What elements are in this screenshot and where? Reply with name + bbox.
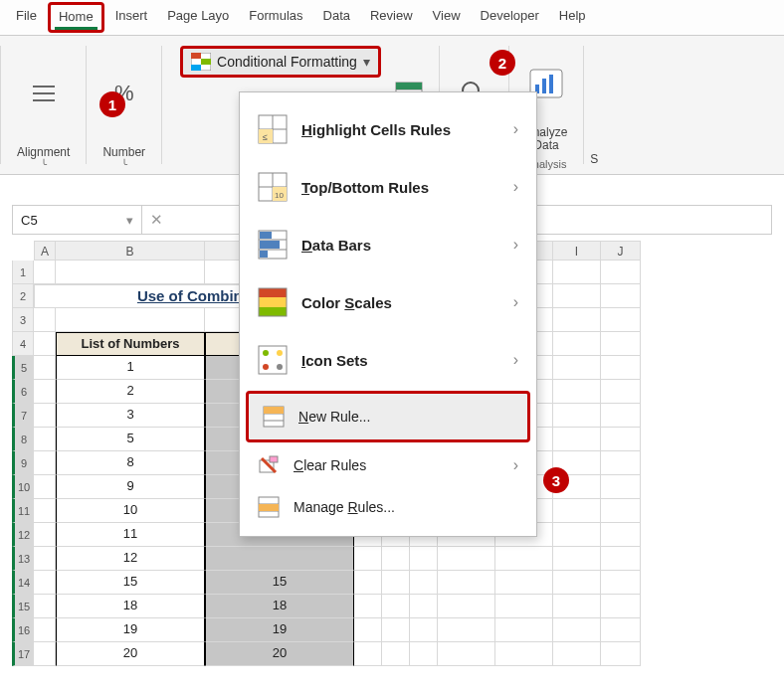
cell[interactable] <box>601 261 641 284</box>
cell[interactable] <box>382 595 410 618</box>
menu-highlight-cells-rules[interactable]: ≤ HHighlight Cells Rulesighlight Cells R… <box>240 100 536 158</box>
tab-view[interactable]: View <box>423 0 471 35</box>
cell[interactable] <box>382 571 410 595</box>
cell[interactable] <box>438 571 495 595</box>
row-header[interactable]: 15 <box>12 595 34 618</box>
cell[interactable] <box>601 642 641 666</box>
cell[interactable] <box>553 404 601 428</box>
cell[interactable] <box>553 595 601 618</box>
row-header[interactable]: 13 <box>12 547 34 571</box>
cell[interactable] <box>553 356 601 380</box>
cell[interactable]: 18 <box>205 595 354 618</box>
cell[interactable]: 20 <box>205 642 354 666</box>
name-box[interactable]: C5 ▾ <box>13 205 142 235</box>
cell[interactable] <box>410 595 438 618</box>
cell[interactable] <box>553 618 601 642</box>
menu-manage-rules[interactable]: Manage Rules... Manage Rules... <box>240 486 536 528</box>
cell[interactable] <box>354 547 382 571</box>
cell[interactable] <box>34 308 56 332</box>
row-header[interactable]: 8 <box>12 428 34 451</box>
cell[interactable] <box>495 642 553 666</box>
cell[interactable] <box>495 595 553 618</box>
conditional-formatting-button[interactable]: Conditional Formatting ▾ <box>180 46 381 78</box>
cell[interactable] <box>34 356 56 380</box>
cell[interactable] <box>438 642 495 666</box>
cell[interactable] <box>34 642 56 666</box>
cell[interactable] <box>354 595 382 618</box>
tab-page-layout[interactable]: Page Layo <box>157 0 239 35</box>
cell[interactable] <box>601 618 641 642</box>
cell[interactable] <box>438 618 495 642</box>
tab-formulas[interactable]: Formulas <box>239 0 312 35</box>
header-list-of-numbers[interactable]: List of Numbers <box>56 332 205 356</box>
cell[interactable] <box>34 261 56 284</box>
cell[interactable] <box>553 499 601 523</box>
tab-data[interactable]: Data <box>313 0 360 35</box>
cell[interactable] <box>34 618 56 642</box>
cell[interactable]: 8 <box>56 451 205 475</box>
cell[interactable] <box>34 404 56 428</box>
cell[interactable] <box>354 571 382 595</box>
cell[interactable] <box>354 642 382 666</box>
cancel-icon[interactable]: ✕ <box>150 211 163 229</box>
cell[interactable] <box>495 547 553 571</box>
menu-top-bottom-rules[interactable]: 10 Top/Bottom Rules Top/Bottom Rules › <box>240 158 536 216</box>
row-header[interactable]: 12 <box>12 523 34 547</box>
row-header[interactable]: 6 <box>12 380 34 404</box>
cell[interactable] <box>410 571 438 595</box>
cell[interactable] <box>34 380 56 404</box>
cell[interactable] <box>410 547 438 571</box>
cell[interactable] <box>553 428 601 451</box>
cell[interactable]: 20 <box>56 642 205 666</box>
cell[interactable] <box>34 571 56 595</box>
row-header[interactable]: 9 <box>12 451 34 475</box>
cell[interactable] <box>410 618 438 642</box>
row-header[interactable]: 17 <box>12 642 34 666</box>
cell[interactable] <box>354 618 382 642</box>
col-header-B[interactable]: B <box>56 241 205 261</box>
row-header[interactable]: 4 <box>12 332 34 356</box>
cell[interactable] <box>601 404 641 428</box>
tab-review[interactable]: Review <box>360 0 423 35</box>
tab-help[interactable]: Help <box>549 0 596 35</box>
cell[interactable] <box>34 428 56 451</box>
row-header[interactable]: 5 <box>12 356 34 380</box>
cell[interactable]: 18 <box>56 595 205 618</box>
cell[interactable] <box>553 308 601 332</box>
row-header[interactable]: 1 <box>12 261 34 284</box>
cell[interactable] <box>410 642 438 666</box>
cell[interactable]: 5 <box>56 428 205 451</box>
menu-color-scales[interactable]: Color Scales Color Scales › <box>240 273 536 331</box>
cell[interactable]: 15 <box>56 571 205 595</box>
cell[interactable] <box>34 595 56 618</box>
tab-insert[interactable]: Insert <box>105 0 158 35</box>
cell[interactable] <box>553 380 601 404</box>
cell[interactable] <box>34 451 56 475</box>
row-header[interactable]: 14 <box>12 571 34 595</box>
cell[interactable] <box>601 595 641 618</box>
cell[interactable] <box>601 380 641 404</box>
group-alignment[interactable]: Alignment╰ <box>1 36 86 174</box>
cell[interactable] <box>553 571 601 595</box>
cell[interactable] <box>382 642 410 666</box>
cell[interactable] <box>553 547 601 571</box>
tab-developer[interactable]: Developer <box>471 0 549 35</box>
cell[interactable] <box>601 499 641 523</box>
cell[interactable]: 11 <box>56 523 205 547</box>
cell[interactable]: 19 <box>205 618 354 642</box>
row-header[interactable]: 7 <box>12 404 34 428</box>
col-header-A[interactable]: A <box>34 241 56 261</box>
cell[interactable] <box>601 356 641 380</box>
menu-new-rule[interactable]: New Rule... New Rule... <box>246 391 530 442</box>
cell[interactable] <box>34 547 56 571</box>
cell[interactable] <box>601 308 641 332</box>
cell[interactable]: 12 <box>56 547 205 571</box>
cell[interactable] <box>601 332 641 356</box>
cell[interactable] <box>601 547 641 571</box>
cell[interactable] <box>382 618 410 642</box>
cell[interactable] <box>382 547 410 571</box>
col-header-I[interactable]: I <box>553 241 601 261</box>
cell[interactable] <box>495 571 553 595</box>
cell[interactable] <box>34 499 56 523</box>
cell[interactable] <box>205 547 354 571</box>
